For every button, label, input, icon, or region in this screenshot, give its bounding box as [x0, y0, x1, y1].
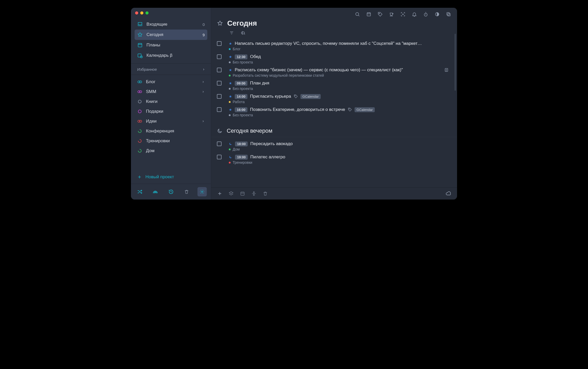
task-project-label: Без проекта [229, 60, 449, 64]
copy-button[interactable] [446, 11, 451, 17]
project-label: Тренировки [146, 138, 170, 144]
sidebar-project-list: Блог SMM Книги Подарки Идеи Конференция … [131, 75, 211, 172]
task-project-label: Блог [229, 47, 449, 51]
task-checkbox[interactable] [217, 68, 222, 72]
sidebar-project[interactable]: Тренировки [135, 136, 207, 146]
chevron-right-icon [202, 120, 205, 123]
search-button[interactable] [355, 11, 360, 17]
sidebar-item-inbox[interactable]: Входящие 0 [135, 19, 207, 30]
add-task-button[interactable] [217, 191, 223, 196]
svg-point-12 [356, 12, 359, 16]
sidebar-project[interactable]: Конференция [135, 126, 207, 136]
sidebar-project[interactable]: Книги [135, 97, 207, 107]
cloud-sync-button[interactable] [446, 191, 451, 196]
window-minimize-button[interactable] [140, 11, 143, 15]
task-checkbox[interactable] [217, 141, 222, 146]
section-label: Избранное [137, 67, 157, 72]
project-icon [137, 109, 142, 114]
task-group-evening[interactable]: Сегодня вечером [211, 121, 457, 137]
calendar-clock-icon [137, 53, 143, 58]
shuffle-button[interactable] [135, 187, 144, 196]
project-icon [137, 79, 142, 84]
task-checkbox[interactable] [217, 107, 222, 112]
task-checkbox[interactable] [217, 81, 222, 86]
stopwatch-button[interactable] [423, 11, 429, 17]
moon-icon [229, 155, 232, 159]
task-time-badge: 14:00 [235, 94, 247, 99]
sidebar-item-plans[interactable]: Планы [135, 40, 207, 50]
layers-button[interactable] [228, 191, 234, 196]
svg-point-7 [138, 100, 141, 103]
sidebar-item-count: 9 [203, 33, 205, 37]
project-label: Книги [146, 99, 157, 104]
project-label: Дом [146, 148, 155, 153]
group-title: Сегодня вечером [227, 127, 273, 134]
task-checkbox[interactable] [217, 155, 222, 159]
sidebar-project[interactable]: SMM [135, 87, 207, 97]
sidebar-section-favorites[interactable]: Избранное [131, 63, 211, 75]
task-title: Пересадить авокадо [250, 141, 293, 146]
move-button[interactable] [251, 191, 257, 196]
main-scrollbar[interactable] [454, 34, 456, 91]
star-filled-icon: ★ [229, 55, 232, 59]
trash-button[interactable] [182, 187, 191, 196]
sidebar-item-calendar[interactable]: Календарь β [135, 50, 207, 61]
task-project-label: Разработать систему модульной перелинков… [229, 73, 449, 77]
window-zoom-button[interactable] [145, 11, 149, 15]
filter-button[interactable] [229, 30, 234, 36]
task-row[interactable]: ★ Написать письмо редактору VC, спросить… [217, 39, 451, 53]
task-title: Пилатес аллегро [250, 154, 285, 160]
star-filled-icon: ★ [229, 81, 232, 85]
contrast-button[interactable] [434, 11, 440, 17]
rainbow-button[interactable] [151, 187, 160, 196]
list-subtoolbar [211, 28, 457, 39]
window-close-button[interactable] [135, 11, 138, 15]
sidebar-item-label: Календарь β [146, 53, 172, 58]
sidebar-project[interactable]: Дом [135, 146, 207, 156]
task-tag[interactable]: GCalendar [300, 94, 321, 99]
calendar-button[interactable] [366, 11, 372, 17]
search-in-list-button[interactable] [240, 30, 246, 36]
task-time-badge: 09:00 [235, 81, 247, 86]
task-row[interactable]: ★09:00 План дня Без проекта [217, 79, 451, 92]
schedule-button[interactable] [240, 191, 245, 196]
sidebar-project[interactable]: Идеи [135, 116, 207, 126]
focus-button[interactable] [400, 11, 406, 17]
delete-button[interactable] [262, 191, 268, 196]
task-row[interactable]: ★ Расписать схему "бизнес (зачем) — серв… [217, 66, 451, 79]
task-list: ★ Написать письмо редактору VC, спросить… [211, 39, 457, 187]
project-dot-icon [229, 88, 231, 90]
task-checkbox[interactable] [217, 94, 222, 99]
project-dot-icon [229, 61, 231, 63]
task-row[interactable]: 18:00 Пересадить авокадо Дом [217, 140, 451, 153]
task-row[interactable]: ★14:00 Пригласить курьера GCalendar Рабо… [217, 92, 451, 105]
bell-button[interactable] [411, 11, 417, 17]
settings-button[interactable] [197, 187, 207, 196]
task-row[interactable]: ★16:00 Позвонить Екатерине, договориться… [217, 105, 451, 119]
svg-point-11 [202, 191, 203, 193]
history-button[interactable] [166, 187, 176, 196]
sidebar-project[interactable]: Блог [135, 77, 207, 87]
project-icon [137, 138, 142, 144]
sidebar-item-today[interactable]: Сегодня 9 [135, 30, 207, 40]
task-project-label: Дом [229, 147, 449, 151]
task-title: Обед [250, 54, 261, 59]
cup-button[interactable] [389, 11, 394, 17]
moon-outline-icon [217, 128, 223, 134]
sidebar-item-label: Сегодня [146, 32, 163, 37]
star-filled-icon: ★ [229, 68, 232, 72]
sidebar-project[interactable]: Подарки [135, 107, 207, 116]
sidebar-new-project[interactable]: Новый проект [135, 172, 207, 182]
task-checkbox[interactable] [217, 54, 222, 59]
project-icon [137, 99, 142, 104]
sidebar-item-count: 0 [203, 22, 205, 27]
task-tag[interactable]: GCalendar [355, 107, 375, 112]
tag-button[interactable] [377, 11, 383, 17]
task-row[interactable]: 19:00 Пилатес аллегро Тренировки [217, 153, 451, 166]
task-checkbox[interactable] [217, 41, 222, 46]
svg-rect-24 [241, 192, 244, 195]
project-icon [137, 119, 142, 124]
star-icon [137, 32, 143, 38]
plans-icon [137, 42, 143, 48]
task-row[interactable]: ★12:30 Обед Без проекта [217, 53, 451, 66]
